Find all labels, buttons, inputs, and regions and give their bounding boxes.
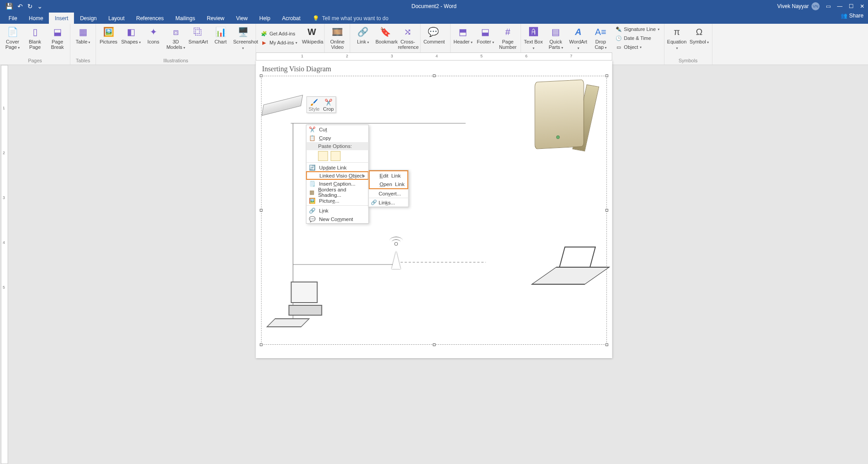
- maximize-icon[interactable]: ☐: [849, 3, 854, 9]
- group-pages: 📄Cover Page ▯Blank Page ⬓Page Break Page…: [0, 24, 70, 65]
- tab-view[interactable]: View: [230, 13, 254, 24]
- group-symbols: πEquation ΩSymbol Symbols: [664, 24, 712, 65]
- footer-button[interactable]: ⬓Footer: [476, 25, 495, 45]
- window-title: Document2 - Word: [412, 3, 456, 9]
- smartart-button[interactable]: ⿻SmartArt: [188, 25, 208, 44]
- customize-qat-icon[interactable]: ⌄: [37, 3, 43, 10]
- text-box-button[interactable]: 🅰Text Box: [524, 25, 543, 51]
- date-time-button[interactable]: 🕒Date & Time: [613, 34, 661, 43]
- tab-home[interactable]: Home: [23, 13, 49, 24]
- tab-review[interactable]: Review: [201, 13, 230, 24]
- share-button[interactable]: 👥 Share: [841, 13, 864, 19]
- tab-file[interactable]: File: [3, 13, 23, 24]
- shapes-button[interactable]: ◧Shapes: [121, 25, 141, 45]
- ribbon-display-icon[interactable]: ▭: [826, 3, 831, 9]
- tab-design[interactable]: Design: [74, 13, 102, 24]
- screenshot-button[interactable]: 🖥️Screenshot: [233, 25, 253, 51]
- tab-layout[interactable]: Layout: [103, 13, 130, 24]
- chart-button[interactable]: 📊Chart: [211, 25, 230, 44]
- horizontal-ruler: 1 2 3 4 5 6 7: [256, 52, 612, 61]
- tab-acrobat[interactable]: Acrobat: [276, 13, 306, 24]
- minimize-icon[interactable]: —: [837, 3, 842, 9]
- tab-insert[interactable]: Insert: [49, 13, 74, 24]
- signature-line-button[interactable]: ✒️Signature Line ▾: [613, 25, 661, 34]
- page-break-button[interactable]: ⬓Page Break: [48, 25, 67, 50]
- account-button[interactable]: Vivek Nayyar VN: [777, 2, 820, 10]
- page-number-button[interactable]: #Page Number: [498, 25, 518, 56]
- undo-icon[interactable]: ↶: [17, 3, 23, 10]
- header-button[interactable]: ⬒Header: [453, 25, 473, 45]
- tell-me-placeholder: Tell me what you want to do: [322, 15, 388, 22]
- my-addins-button[interactable]: ▶My Add-ins ▾: [259, 38, 299, 47]
- icons-button[interactable]: ✦Icons: [143, 25, 163, 44]
- cover-page-button[interactable]: 📄Cover Page: [3, 25, 22, 50]
- share-icon: 👥: [841, 13, 847, 19]
- table-button[interactable]: ▦Table: [73, 25, 93, 45]
- quick-access-toolbar: 💾 ↶ ↻ ⌄: [0, 3, 43, 10]
- wordart-button[interactable]: AWordArt: [569, 25, 588, 51]
- quick-parts-button[interactable]: ▤Quick Parts: [546, 25, 566, 50]
- drop-cap-button[interactable]: A≡Drop Cap: [591, 25, 611, 50]
- comment-button[interactable]: 💬Comment: [423, 25, 443, 44]
- page[interactable]: 1 2 3 4 5 6 7 Inserting Visio Diagram: [256, 61, 612, 65]
- user-name: Vivek Nayyar: [777, 3, 809, 9]
- tab-mailings[interactable]: Mailings: [169, 13, 201, 24]
- avatar-icon: VN: [812, 2, 820, 10]
- link-button[interactable]: 🔗Link: [353, 25, 373, 45]
- online-video-button[interactable]: 🎞️Online Video: [327, 25, 347, 50]
- get-addins-button[interactable]: 🧩Get Add-ins: [259, 29, 299, 38]
- close-icon[interactable]: ✕: [860, 3, 864, 9]
- tab-references[interactable]: References: [130, 13, 169, 24]
- share-label: Share: [849, 13, 864, 19]
- group-illustrations: 🖼️Pictures ◧Shapes ✦Icons ⧈3D Models ⿻Sm…: [96, 24, 256, 65]
- equation-button[interactable]: πEquation: [667, 25, 687, 51]
- bookmark-button[interactable]: 🔖Bookmark: [375, 25, 395, 44]
- title-bar: 💾 ↶ ↻ ⌄ Document2 - Word Vivek Nayyar VN…: [0, 0, 868, 13]
- lightbulb-icon: 💡: [312, 15, 319, 22]
- 3d-models-button[interactable]: ⧈3D Models: [166, 25, 186, 50]
- group-tables: ▦Table Tables: [70, 24, 96, 65]
- redo-icon[interactable]: ↻: [27, 3, 33, 10]
- wikipedia-button[interactable]: WWikipedia: [302, 25, 321, 44]
- save-icon[interactable]: 💾: [5, 3, 13, 10]
- object-button[interactable]: ▭Object ▾: [613, 43, 661, 52]
- tab-help[interactable]: Help: [253, 13, 276, 24]
- tell-me-search[interactable]: 💡 Tell me what you want to do: [312, 13, 388, 24]
- blank-page-button[interactable]: ▯Blank Page: [25, 25, 45, 50]
- symbol-button[interactable]: ΩSymbol: [690, 25, 709, 45]
- pictures-button[interactable]: 🖼️Pictures: [99, 25, 118, 44]
- cross-reference-button[interactable]: ⤭Cross-reference: [398, 25, 417, 50]
- ribbon-tabs: File Home Insert Design Layout Reference…: [0, 13, 868, 24]
